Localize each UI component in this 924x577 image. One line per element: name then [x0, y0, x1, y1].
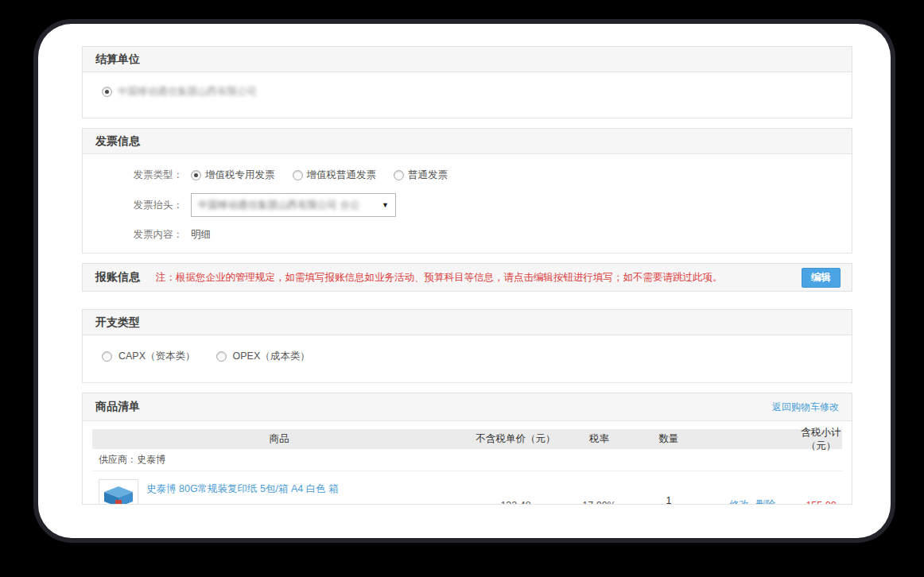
product-actions: 修改删除	[705, 498, 800, 505]
expense-option-capx[interactable]: CAPX（资本类）	[102, 350, 196, 363]
expense-opex-radio[interactable]	[216, 351, 227, 362]
invoice-type-label: 发票类型：	[95, 168, 183, 182]
product-unit-price: 132.48	[466, 500, 565, 505]
invoice-body: 发票类型： 增值税专用发票 增值税普通发票 普通发票	[83, 154, 852, 253]
invoice-header-value: 中国移动通信集团山西有限公司 分公	[198, 199, 377, 212]
supplier-label: 供应商：史泰博	[99, 453, 165, 467]
invoice-content-label: 发票内容：	[95, 228, 183, 242]
expense-capx-radio[interactable]	[102, 351, 112, 362]
back-to-cart-link[interactable]: 返回购物车修改	[772, 401, 839, 414]
checkout-page: 结算单位 中国移动通信集团山西有限公司 发票信息 发票类型：	[38, 24, 891, 538]
expense-section: 开支类型 CAPX（资本类） OPEX（成本类）	[82, 309, 852, 383]
settlement-title: 结算单位	[95, 52, 140, 67]
invoice-type-plain-radio[interactable]	[394, 170, 404, 180]
invoice-type-special-vat-radio[interactable]	[191, 170, 201, 180]
product-cell: 史泰博 80G常规装复印纸 5包/箱 A4 白色 箱	[92, 479, 466, 505]
product-delete-link[interactable]: 删除	[755, 499, 775, 505]
reimburse-title: 报账信息	[95, 270, 140, 285]
product-row: 史泰博 80G常规装复印纸 5包/箱 A4 白色 箱 132.48 17.00%…	[92, 471, 842, 505]
settlement-company-label: 中国移动通信集团山西有限公司	[118, 85, 257, 99]
invoice-header-row: 发票抬头： 中国移动通信集团山西有限公司 分公 ▼	[95, 193, 839, 217]
product-edit-link[interactable]: 修改	[729, 499, 749, 505]
invoice-header-label: 发票抬头：	[95, 199, 183, 212]
invoice-type-plain[interactable]: 普通发票	[394, 168, 448, 182]
expense-body: CAPX（资本类） OPEX（成本类）	[83, 335, 852, 382]
expense-section-header: 开支类型	[83, 310, 852, 335]
product-thumbnail[interactable]	[99, 479, 138, 505]
settlement-body: 中国移动通信集团山西有限公司	[83, 72, 852, 118]
reimburse-note: 注：根据您企业的管理规定，如需填写报账信息如业务活动、预算科目等信息，请点击编辑…	[156, 271, 802, 285]
reimburse-section: 报账信息 注：根据您企业的管理规定，如需填写报账信息如业务活动、预算科目等信息，…	[82, 263, 852, 292]
expense-option-opex[interactable]: OPEX（成本类）	[216, 350, 310, 363]
column-subtotal: 含税小计（元）	[800, 426, 842, 453]
invoice-type-plain-label: 普通发票	[408, 168, 448, 182]
invoice-type-special-vat-label: 增值税专用发票	[205, 168, 275, 182]
products-section-header: 商品清单 返回购物车修改	[83, 393, 852, 421]
settlement-option[interactable]: 中国移动通信集团山西有限公司	[102, 85, 257, 99]
product-subtotal: 155.00	[800, 500, 842, 505]
dropdown-caret-icon: ▼	[382, 201, 389, 209]
column-product: 商品	[92, 432, 466, 446]
products-section: 商品清单 返回购物车修改 商品 不含税单价（元） 税率 数量 含税小计（元） 供…	[82, 393, 852, 505]
expense-opex-label: OPEX（成本类）	[233, 350, 310, 363]
expense-capx-label: CAPX（资本类）	[118, 350, 196, 363]
column-quantity: 数量	[633, 432, 705, 446]
products-title: 商品清单	[95, 400, 140, 414]
paper-box-icon	[101, 482, 136, 505]
settlement-radio[interactable]	[102, 87, 112, 97]
product-quantity: 1	[633, 495, 705, 505]
invoice-type-row: 发票类型： 增值税专用发票 增值税普通发票 普通发票	[95, 168, 839, 182]
settlement-section: 结算单位 中国移动通信集团山西有限公司	[82, 46, 852, 118]
reimburse-edit-button[interactable]: 编辑	[802, 268, 841, 288]
invoice-section-header: 发票信息	[83, 129, 852, 154]
invoice-type-normal-vat[interactable]: 增值税普通发票	[293, 168, 377, 182]
invoice-type-normal-vat-radio[interactable]	[293, 170, 303, 180]
invoice-type-normal-vat-label: 增值税普通发票	[307, 168, 377, 182]
expense-title: 开支类型	[95, 316, 140, 330]
settlement-section-header: 结算单位	[83, 47, 852, 72]
invoice-content-value: 明细	[191, 228, 211, 242]
invoice-header-dropdown[interactable]: 中国移动通信集团山西有限公司 分公 ▼	[191, 193, 396, 217]
invoice-section: 发票信息 发票类型： 增值税专用发票 增值税普通发票	[82, 128, 852, 254]
column-unit-price: 不含税单价（元）	[466, 432, 565, 446]
invoice-content-row: 发票内容： 明细	[95, 228, 839, 242]
checkout-content: 结算单位 中国移动通信集团山西有限公司 发票信息 发票类型：	[38, 24, 891, 505]
invoice-title: 发票信息	[95, 134, 140, 149]
product-title-link[interactable]: 史泰博 80G常规装复印纸 5包/箱 A4 白色 箱	[146, 479, 339, 497]
products-body: 商品 不含税单价（元） 税率 数量 含税小计（元） 供应商：史泰博	[83, 421, 852, 505]
column-tax-rate: 税率	[565, 432, 633, 446]
product-tax-rate: 17.00%	[565, 500, 633, 505]
supplier-row: 供应商：史泰博	[92, 449, 842, 471]
products-table-header: 商品 不含税单价（元） 税率 数量 含税小计（元）	[92, 429, 842, 449]
invoice-type-special-vat[interactable]: 增值税专用发票	[191, 168, 275, 182]
invoice-type-options: 增值税专用发票 增值税普通发票 普通发票	[191, 168, 448, 182]
